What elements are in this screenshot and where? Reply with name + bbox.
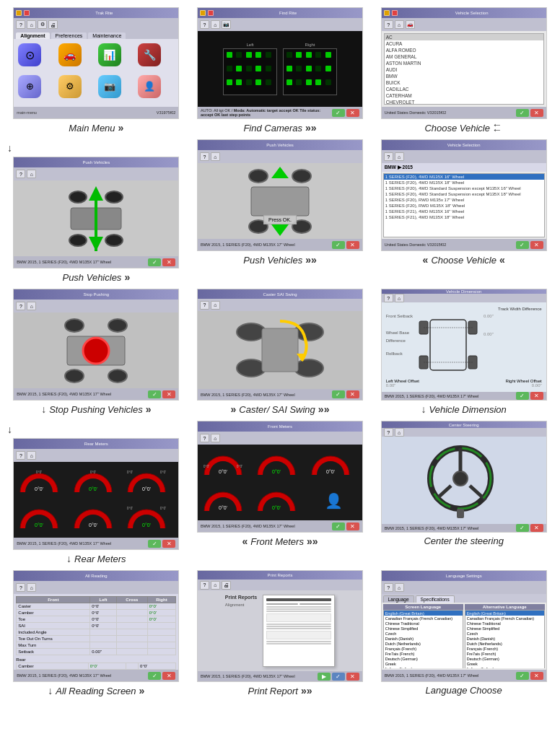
lc-alt-chinese-simp[interactable]: Chinese Simplified (465, 626, 544, 631)
fc-help-icon[interactable]: ? (200, 20, 209, 29)
fm-cancel-btn[interactable]: ✕ (346, 523, 359, 530)
lc-tab-specifications[interactable]: Specifications (416, 595, 455, 603)
cv1-cancel-btn[interactable]: ✕ (530, 109, 543, 117)
tab-preferences[interactable]: Preferences (51, 32, 87, 39)
rm-ok-btn[interactable]: ✓ (148, 540, 161, 548)
pv2-home-icon[interactable]: ⌂ (211, 152, 220, 161)
sp-ok-btn[interactable]: ✓ (148, 390, 161, 398)
cv1-home-icon[interactable]: ⌂ (395, 20, 404, 29)
fc-tb-btn-2[interactable] (208, 10, 214, 16)
vd-cancel-btn[interactable]: ✕ (530, 392, 543, 400)
cv2-cancel-btn[interactable]: ✕ (530, 241, 543, 249)
lc-lang-czech[interactable]: Czech (384, 631, 463, 636)
lc-alt-dutch[interactable]: Dutch (Netherlands) (465, 641, 544, 646)
lc-ok-btn[interactable]: ✓ (516, 672, 529, 680)
icon-wrench[interactable]: 🔧 (138, 43, 161, 66)
rm-cancel-btn[interactable]: ✕ (162, 540, 175, 548)
lc-lang-fre7[interactable]: Fre7ais (French) (384, 651, 463, 656)
cv1-tool-icon[interactable]: 🚗 (406, 20, 415, 29)
cv2-home-icon[interactable]: ⌂ (395, 152, 404, 161)
lc-lang-french[interactable]: Français (French) (384, 646, 463, 651)
ar-help-icon[interactable]: ? (16, 583, 25, 592)
sp-help-icon[interactable]: ? (16, 302, 25, 310)
fc-cancel-btn[interactable]: ✕ (346, 109, 359, 117)
lc-alt-greek[interactable]: Greek (465, 661, 544, 666)
ar-home-icon[interactable]: ⌂ (27, 583, 36, 592)
lc-alt-czech[interactable]: Czech (465, 631, 544, 636)
lc-home-icon[interactable]: ⌂ (395, 583, 404, 592)
fm-help-icon[interactable]: ? (200, 434, 209, 442)
pv1-cancel-btn[interactable]: ✕ (162, 258, 175, 266)
lc-help-icon[interactable]: ? (384, 583, 393, 592)
pv2-cancel-btn[interactable]: ✕ (346, 241, 359, 249)
fc-home-icon[interactable]: ⌂ (211, 20, 220, 29)
cs-help-icon[interactable]: ? (200, 301, 209, 310)
icon-align[interactable]: ⊕ (18, 75, 41, 98)
vd-home-icon[interactable]: ⌂ (395, 294, 404, 302)
fc-tb-btn-1[interactable] (200, 10, 206, 16)
lc-cancel-btn[interactable]: ✕ (530, 672, 543, 680)
pr-cancel-btn[interactable]: ✕ (346, 673, 359, 681)
cv1-tb-btn-1[interactable] (384, 10, 390, 16)
cs-cancel-btn[interactable]: ✕ (346, 390, 359, 398)
lc-alt-german[interactable]: Deutsch (German) (465, 656, 544, 661)
icon-wheel[interactable]: ⊙ (18, 43, 41, 66)
cs-home-icon[interactable]: ⌂ (211, 301, 220, 310)
cst-cancel-btn[interactable]: ✕ (530, 524, 543, 532)
lc-tab-language[interactable]: Language (383, 595, 414, 603)
tool-icon[interactable]: ⚙ (38, 20, 47, 29)
lc-alt-danish[interactable]: Danish (Danish) (465, 636, 544, 641)
icon-person[interactable]: 👤 (138, 75, 161, 98)
cv2-help-icon[interactable]: ? (384, 152, 393, 161)
lc-alt-english-gb[interactable]: English (Great Britain) (465, 611, 544, 616)
pv1-home-icon[interactable]: ⌂ (27, 170, 36, 178)
lc-alt-italian[interactable]: Italiano (Italian) (465, 666, 544, 668)
lc-lang-english-gb[interactable]: English (Great Britain) (384, 611, 463, 616)
sp-cancel-btn[interactable]: ✕ (162, 390, 175, 398)
tb-btn-2[interactable] (24, 10, 30, 16)
tab-maintenance[interactable]: Maintenance (88, 32, 126, 39)
tb-btn-1[interactable] (16, 10, 22, 16)
tab-alignment[interactable]: Alignment (16, 32, 49, 39)
pr-print-icon[interactable]: 🖨 (222, 581, 231, 590)
pr-help-icon[interactable]: ? (200, 581, 209, 590)
rm-help-icon[interactable]: ? (16, 451, 25, 460)
fc-camera-icon[interactable]: 📷 (222, 20, 231, 29)
lc-lang-chinese-simp[interactable]: Chinese Simplified (384, 626, 463, 631)
pr-home-icon[interactable]: ⌂ (211, 581, 220, 590)
home-icon[interactable]: ⌂ (27, 20, 36, 29)
ar-ok-btn[interactable]: ✓ (148, 672, 161, 680)
cv1-tb-btn-2[interactable] (392, 10, 398, 16)
cst-help-icon[interactable]: ? (384, 428, 393, 437)
lc-lang-chinese-trad[interactable]: Chinese Traditional (384, 621, 463, 626)
cst-ok-btn[interactable]: ✓ (516, 524, 529, 532)
cv2-ok-btn[interactable]: ✓ (516, 241, 529, 249)
lc-lang-danish[interactable]: Danish (Danish) (384, 636, 463, 641)
ar-cancel-btn[interactable]: ✕ (162, 672, 175, 680)
icon-gear[interactable]: ⚙ (58, 75, 82, 98)
icon-chart[interactable]: 📊 (98, 43, 121, 66)
fm-home-icon[interactable]: ⌂ (211, 434, 220, 442)
fc-ok-btn[interactable]: ✓ (332, 109, 345, 117)
pr-ok-btn[interactable]: ▶ (318, 673, 331, 681)
pr-print-btn[interactable]: ✓ (332, 673, 345, 681)
cv1-ok-btn[interactable]: ✓ (516, 109, 529, 117)
cs-ok-btn[interactable]: ✓ (332, 390, 345, 398)
fm-ok-btn[interactable]: ✓ (332, 523, 345, 530)
lc-alt-fre7[interactable]: Fre7ais (French) (465, 651, 544, 656)
pv1-ok-btn[interactable]: ✓ (148, 258, 161, 266)
cv1-help-icon[interactable]: ? (384, 20, 393, 29)
lc-lang-greek[interactable]: Greek (384, 661, 463, 666)
icon-camera[interactable]: 📷 (98, 75, 121, 98)
vd-ok-btn[interactable]: ✓ (516, 392, 529, 400)
pv2-help-icon[interactable]: ? (200, 152, 209, 161)
rm-home-icon[interactable]: ⌂ (27, 451, 36, 460)
print-icon[interactable]: 🖨 (48, 20, 58, 29)
icon-car[interactable]: 🚗 (58, 43, 82, 66)
lc-alt-french-ca[interactable]: Canadian Français (French Canadian) (465, 616, 544, 621)
lc-lang-dutch[interactable]: Dutch (Netherlands) (384, 641, 463, 646)
lc-lang-german[interactable]: Deutsch (German) (384, 656, 463, 661)
lc-lang-french-ca[interactable]: Canadian Français (French Canadian) (384, 616, 463, 621)
help-icon[interactable]: ? (16, 20, 25, 29)
vd-help-icon[interactable]: ? (384, 294, 393, 302)
